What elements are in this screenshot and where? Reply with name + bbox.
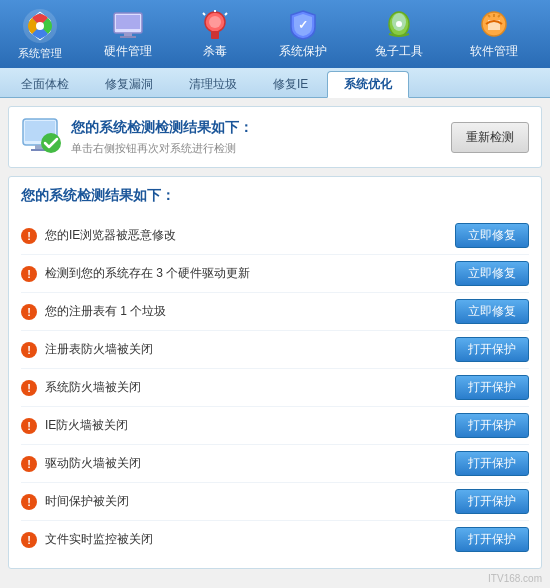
- tab-optimize[interactable]: 系统优化: [327, 71, 409, 98]
- result-text: 您的IE浏览器被恶意修改: [45, 227, 176, 244]
- svg-rect-4: [124, 33, 132, 36]
- action-btn-1[interactable]: 立即修复: [455, 223, 529, 248]
- action-btn-5[interactable]: 打开保护: [455, 375, 529, 400]
- action-btn-6[interactable]: 打开保护: [455, 413, 529, 438]
- action-btn-4[interactable]: 打开保护: [455, 337, 529, 362]
- result-left: !您的IE浏览器被恶意修改: [21, 227, 455, 244]
- action-btn-3[interactable]: 立即修复: [455, 299, 529, 324]
- results-title: 您的系统检测结果如下：: [21, 187, 529, 209]
- result-row: !您的IE浏览器被恶意修改立即修复: [21, 217, 529, 255]
- summary-subtitle: 单击右侧按钮再次对系统进行检测: [71, 141, 253, 156]
- nav-protect-label: 系统保护: [279, 43, 327, 60]
- app-logo: 系统管理: [8, 6, 72, 62]
- alert-icon: !: [21, 228, 37, 244]
- alert-icon: !: [21, 304, 37, 320]
- result-text: 您的注册表有 1 个垃圾: [45, 303, 166, 320]
- hardware-icon: [112, 9, 144, 41]
- summary-panel: 您的系统检测检测结果如下： 单击右侧按钮再次对系统进行检测 重新检测: [8, 106, 542, 168]
- result-left: !文件实时监控被关闭: [21, 531, 455, 548]
- result-row: !时间保护被关闭打开保护: [21, 483, 529, 521]
- logo-icon: [22, 8, 58, 44]
- result-row: !注册表防火墙被关闭打开保护: [21, 331, 529, 369]
- result-left: !驱动防火墙被关闭: [21, 455, 455, 472]
- alert-icon: !: [21, 494, 37, 510]
- summary-text: 您的系统检测检测结果如下： 单击右侧按钮再次对系统进行检测: [71, 119, 253, 156]
- result-left: !检测到您的系统存在 3 个硬件驱动更新: [21, 265, 455, 282]
- tools-icon: [383, 9, 415, 41]
- result-text: 系统防火墙被关闭: [45, 379, 141, 396]
- nav-tools[interactable]: 兔子工具: [367, 5, 431, 64]
- result-row: !检测到您的系统存在 3 个硬件驱动更新立即修复: [21, 255, 529, 293]
- tab-full-check[interactable]: 全面体检: [4, 71, 86, 97]
- kill-icon: [199, 9, 231, 41]
- nav-hardware[interactable]: 硬件管理: [96, 5, 160, 64]
- result-row: !系统防火墙被关闭打开保护: [21, 369, 529, 407]
- result-left: !系统防火墙被关闭: [21, 379, 455, 396]
- nav-kill-label: 杀毒: [203, 43, 227, 60]
- svg-text:✓: ✓: [298, 18, 308, 32]
- result-text: 驱动防火墙被关闭: [45, 455, 141, 472]
- software-icon: [478, 9, 510, 41]
- tab-repair-ie[interactable]: 修复IE: [256, 71, 325, 97]
- summary-left: 您的系统检测检测结果如下： 单击右侧按钮再次对系统进行检测: [21, 117, 253, 157]
- rescan-button[interactable]: 重新检测: [451, 122, 529, 153]
- nav-hardware-label: 硬件管理: [104, 43, 152, 60]
- svg-line-10: [225, 13, 227, 15]
- alert-icon: !: [21, 418, 37, 434]
- action-btn-7[interactable]: 打开保护: [455, 451, 529, 476]
- svg-point-1: [36, 22, 44, 30]
- svg-point-7: [209, 16, 221, 28]
- result-text: 时间保护被关闭: [45, 493, 129, 510]
- nav-software[interactable]: 软件管理: [462, 5, 526, 64]
- svg-rect-11: [211, 31, 219, 39]
- nav-protect[interactable]: ✓ 系统保护: [271, 5, 335, 64]
- watermark: ITV168.com: [488, 573, 542, 584]
- result-row: !驱动防火墙被关闭打开保护: [21, 445, 529, 483]
- result-text: 文件实时监控被关闭: [45, 531, 153, 548]
- tab-bar: 全面体检 修复漏洞 清理垃圾 修复IE 系统优化: [0, 68, 550, 98]
- tab-repair-missing[interactable]: 修复漏洞: [88, 71, 170, 97]
- result-row: !您的注册表有 1 个垃圾立即修复: [21, 293, 529, 331]
- result-left: !IE防火墙被关闭: [21, 417, 455, 434]
- action-btn-8[interactable]: 打开保护: [455, 489, 529, 514]
- nav-tools-label: 兔子工具: [375, 43, 423, 60]
- result-left: !注册表防火墙被关闭: [21, 341, 455, 358]
- result-left: !时间保护被关闭: [21, 493, 455, 510]
- alert-icon: !: [21, 380, 37, 396]
- result-left: !您的注册表有 1 个垃圾: [21, 303, 455, 320]
- action-btn-2[interactable]: 立即修复: [455, 261, 529, 286]
- result-row: !IE防火墙被关闭打开保护: [21, 407, 529, 445]
- alert-icon: !: [21, 456, 37, 472]
- protect-icon: ✓: [287, 9, 319, 41]
- result-text: IE防火墙被关闭: [45, 417, 128, 434]
- results-list: !您的IE浏览器被恶意修改立即修复!检测到您的系统存在 3 个硬件驱动更新立即修…: [21, 217, 529, 558]
- nav-software-label: 软件管理: [470, 43, 518, 60]
- svg-rect-3: [116, 15, 140, 29]
- alert-icon: !: [21, 532, 37, 548]
- nav-kill[interactable]: 杀毒: [191, 5, 239, 64]
- summary-title: 您的系统检测检测结果如下：: [71, 119, 253, 137]
- tab-clean-junk[interactable]: 清理垃圾: [172, 71, 254, 97]
- alert-icon: !: [21, 266, 37, 282]
- alert-icon: !: [21, 342, 37, 358]
- top-nav: 系统管理 硬件管理: [0, 0, 550, 68]
- svg-rect-5: [120, 36, 136, 38]
- monitor-icon: [21, 117, 61, 157]
- result-text: 注册表防火墙被关闭: [45, 341, 153, 358]
- svg-point-15: [396, 21, 402, 27]
- action-btn-9[interactable]: 打开保护: [455, 527, 529, 552]
- results-section: 您的系统检测结果如下： !您的IE浏览器被恶意修改立即修复!检测到您的系统存在 …: [8, 176, 542, 569]
- result-text: 检测到您的系统存在 3 个硬件驱动更新: [45, 265, 250, 282]
- result-row: !文件实时监控被关闭打开保护: [21, 521, 529, 558]
- app-title: 系统管理: [18, 46, 62, 61]
- svg-line-9: [203, 13, 205, 15]
- nav-items: 硬件管理 杀毒 ✓: [80, 5, 542, 64]
